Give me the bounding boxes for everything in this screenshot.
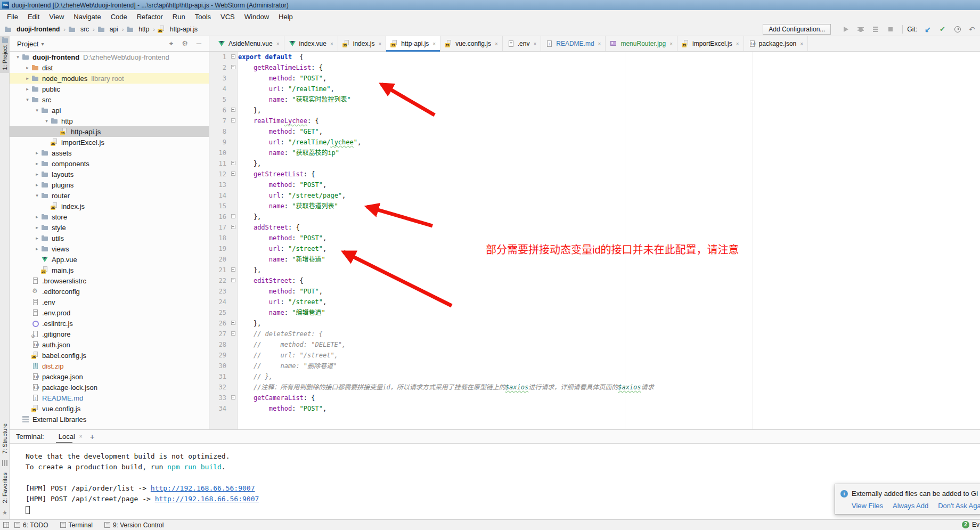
- code-line[interactable]: 11 },: [209, 158, 980, 169]
- terminal-cursor[interactable]: [26, 506, 30, 514]
- run-icon[interactable]: [842, 25, 850, 34]
- code-line[interactable]: 6 },: [209, 105, 980, 116]
- menu-refactor[interactable]: Refactor: [132, 13, 168, 21]
- event-log-label[interactable]: Ev: [972, 521, 979, 528]
- tree-item-layouts[interactable]: ▸layouts: [10, 169, 209, 180]
- menu-code[interactable]: Code: [106, 13, 132, 21]
- editor-tab-readme-md[interactable]: README.md×: [541, 36, 606, 51]
- code-line[interactable]: 21 },: [209, 265, 980, 275]
- code-line[interactable]: 33 getCameraList: {: [209, 393, 980, 403]
- favorites-star-icon[interactable]: ★: [2, 509, 7, 516]
- editor-tab-http-api-js[interactable]: http-api.js×: [386, 36, 440, 51]
- code-line[interactable]: 1export default {: [209, 52, 980, 62]
- tree-item-package-lock-json[interactable]: package-lock.json: [10, 382, 209, 393]
- tree-item-public[interactable]: ▸public: [10, 84, 209, 94]
- tree-item-env-prod[interactable]: .env.prod: [10, 307, 209, 318]
- code-line[interactable]: 2 getRealTimeList: {: [209, 62, 980, 73]
- code-line[interactable]: 34 method: "POST",: [209, 403, 980, 414]
- close-icon[interactable]: ×: [533, 41, 536, 47]
- tool-window-button-favorites[interactable]: 2: Favorites: [2, 472, 8, 503]
- coverage-icon[interactable]: [871, 25, 880, 34]
- tree-item-plugins[interactable]: ▸plugins: [10, 180, 209, 190]
- tree-item-router[interactable]: ▾router: [10, 190, 209, 201]
- close-icon[interactable]: ×: [378, 41, 381, 47]
- close-icon[interactable]: ×: [495, 41, 498, 47]
- tree-item-dist[interactable]: ▸dist: [10, 62, 209, 73]
- tree-item-src[interactable]: ▾src: [10, 94, 209, 105]
- build-icon[interactable]: [2, 460, 8, 466]
- code-line[interactable]: 10 name: "获取荔枝的ip": [209, 148, 980, 158]
- editor-tab-index-vue[interactable]: index.vue×: [284, 36, 338, 51]
- tool-window-switcher-icon[interactable]: [3, 522, 9, 528]
- menu-file[interactable]: File: [2, 13, 23, 21]
- title-bar[interactable]: WS duoji-frontend [D:\zheheWeb\duoji-fro…: [0, 0, 980, 10]
- editor-tab-vue-config-js[interactable]: vue.config.js×: [440, 36, 503, 51]
- tree-item-store[interactable]: ▸store: [10, 211, 209, 222]
- add-configuration-button[interactable]: Add Configuration...: [763, 24, 831, 35]
- code-line[interactable]: 4 url: "/realTime",: [209, 84, 980, 94]
- chevron-down-icon[interactable]: ▾: [41, 41, 44, 47]
- menu-vcs[interactable]: VCS: [216, 13, 240, 21]
- notification-action-don-t-ask-agai[interactable]: Don't Ask Agai: [938, 502, 980, 510]
- editor-tab-index-js[interactable]: index.js×: [338, 36, 387, 51]
- close-icon[interactable]: ×: [736, 41, 739, 47]
- code-line[interactable]: 23 method: "PUT",: [209, 286, 980, 297]
- close-icon[interactable]: ×: [276, 41, 280, 47]
- code-line[interactable]: 26 },: [209, 318, 980, 329]
- code-line[interactable]: 22 editStreet: {: [209, 275, 980, 286]
- menu-help[interactable]: Help: [274, 13, 298, 21]
- close-icon[interactable]: ×: [669, 41, 673, 47]
- tree-item-utils[interactable]: ▸utils: [10, 233, 209, 243]
- code-line[interactable]: 24 url: "/street",: [209, 297, 980, 307]
- editor[interactable]: 1export default {2 getRealTimeList: {3 m…: [209, 52, 980, 429]
- tree-item-auth-json[interactable]: auth.json: [10, 339, 209, 350]
- tree-item-eslintrc-js[interactable]: .eslintrc.js: [10, 318, 209, 329]
- hide-panel-icon[interactable]: ─: [197, 39, 201, 48]
- close-icon[interactable]: ×: [598, 41, 601, 47]
- tree-item-http-api-js[interactable]: http-api.js: [10, 126, 209, 137]
- tree-item-gitignore[interactable]: .gitignore: [10, 329, 209, 339]
- notification-action-always-add[interactable]: Always Add: [893, 502, 928, 510]
- menu-window[interactable]: Window: [240, 13, 274, 21]
- tree-item-api[interactable]: ▾api: [10, 105, 209, 116]
- code-line[interactable]: 12 getStreetList: {: [209, 169, 980, 180]
- code-line[interactable]: 9 url: "/realTime/lychee",: [209, 137, 980, 148]
- gear-icon[interactable]: ⚙: [182, 39, 188, 48]
- code-line[interactable]: 5 name: "获取实时监控列表": [209, 94, 980, 105]
- notification-popup[interactable]: i Externally added files can be added to…: [835, 484, 980, 515]
- tree-item-index-js[interactable]: index.js: [10, 201, 209, 211]
- tree-item-browserslistrc[interactable]: .browserslistrc: [10, 275, 209, 286]
- tool-window-button-structure[interactable]: 7: Structure: [2, 423, 8, 454]
- history-icon[interactable]: [953, 25, 962, 34]
- tree-item-vue-config-js[interactable]: vue.config.js: [10, 403, 209, 414]
- breadcrumb-item-api[interactable]: api: [97, 26, 118, 33]
- tree-item-dist-zip[interactable]: dist.zip: [10, 361, 209, 371]
- editor-tab-asidemenu-vue[interactable]: AsideMenu.vue×: [214, 36, 284, 51]
- editor-tab-importexcel-js[interactable]: importExcel.js×: [677, 36, 744, 51]
- tree-item-package-json[interactable]: package.json: [10, 371, 209, 382]
- close-icon[interactable]: ×: [330, 41, 333, 47]
- tree-item-importexcel-js[interactable]: importExcel.js: [10, 137, 209, 148]
- tree-item-views[interactable]: ▸views: [10, 243, 209, 254]
- terminal-link[interactable]: http://192.168.66.56:9007: [155, 495, 259, 503]
- tree-item-node-modules[interactable]: ▸node_moduleslibrary root: [10, 73, 209, 84]
- tree-item-external-libraries[interactable]: External Libraries: [10, 414, 209, 425]
- breadcrumb-item-duoji-frontend[interactable]: duoji-frontend: [4, 26, 60, 33]
- terminal-link[interactable]: http://192.168.66.56:9007: [151, 484, 255, 492]
- tree-item-babel-config-js[interactable]: babel.config.js: [10, 350, 209, 361]
- stop-icon[interactable]: [886, 25, 895, 34]
- code-line[interactable]: 16 },: [209, 211, 980, 222]
- git-update-icon[interactable]: [924, 25, 932, 34]
- git-commit-icon[interactable]: [938, 25, 947, 34]
- tree-item-http[interactable]: ▾http: [10, 116, 209, 126]
- tree-item-style[interactable]: ▸style: [10, 222, 209, 233]
- tool-window-button-project[interactable]: 1: Project: [0, 36, 10, 73]
- breadcrumb-item-src[interactable]: src: [68, 26, 89, 33]
- menu-edit[interactable]: Edit: [23, 13, 44, 21]
- revert-icon[interactable]: [968, 25, 977, 34]
- code-line[interactable]: 13 method: "POST",: [209, 180, 980, 190]
- code-line[interactable]: 3 method: "POST",: [209, 73, 980, 84]
- code-line[interactable]: 17 addStreet: {: [209, 222, 980, 233]
- terminal-tab-local[interactable]: Local: [57, 433, 77, 441]
- debug-icon[interactable]: [856, 25, 865, 34]
